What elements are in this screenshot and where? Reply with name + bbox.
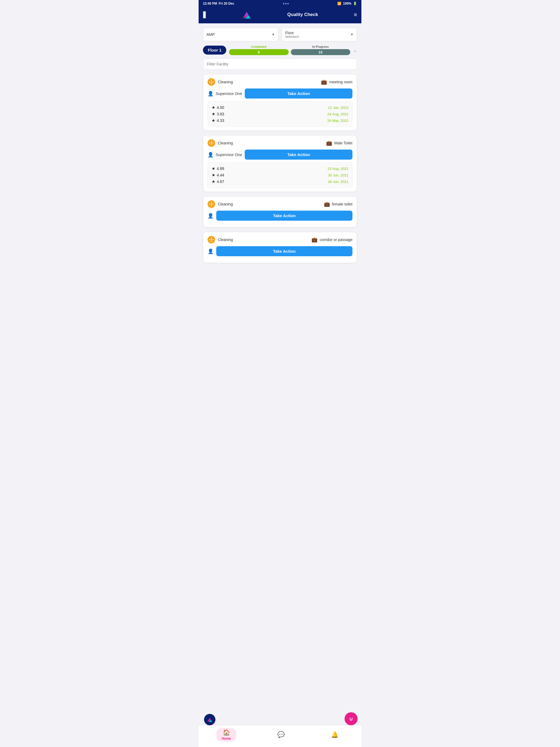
svg-point-6 bbox=[211, 83, 212, 84]
take-action-btn-4[interactable]: Take Action bbox=[216, 246, 352, 256]
nav-home[interactable]: 🏠 Home bbox=[216, 728, 236, 742]
card-3-top-row: Cleaning 💼 female toilet bbox=[208, 200, 352, 208]
svg-point-16 bbox=[211, 203, 212, 205]
completed-label: Completed bbox=[251, 45, 266, 48]
progress-section: Completed 0 In Progress 15 bbox=[229, 45, 350, 55]
svg-point-10 bbox=[211, 142, 212, 144]
chat-icon: 💬 bbox=[277, 731, 285, 738]
card-1-left: Cleaning bbox=[208, 78, 233, 86]
battery-percent: 100% bbox=[343, 2, 351, 5]
inprogress-bar: 15 bbox=[291, 49, 350, 55]
floor-label: Floor bbox=[285, 31, 299, 35]
fab-left-button[interactable] bbox=[204, 714, 215, 725]
rating-left-2-0: ★ 4.89 bbox=[212, 166, 224, 171]
app-header: ‹ Quality Check ≡ bbox=[198, 7, 362, 23]
category-icon-4 bbox=[208, 236, 215, 243]
card-3-right: 💼 female toilet bbox=[324, 201, 352, 207]
filter-facility-input[interactable] bbox=[203, 58, 357, 70]
card-4: Cleaning 💼 corridor or passage 👤 Take Ac… bbox=[203, 232, 357, 263]
fab-filter-button[interactable]: ⊎ bbox=[345, 712, 357, 725]
nav-chat[interactable]: 💬 bbox=[272, 730, 290, 739]
card-2-right: 💼 Male Toilet bbox=[326, 140, 352, 146]
rating-value-1-2: 4.33 bbox=[217, 118, 224, 123]
rating-date-1-1: 04 Aug, 2022 bbox=[327, 112, 348, 116]
svg-point-19 bbox=[209, 204, 210, 204]
rating-left-2-1: ★ 4.44 bbox=[212, 173, 224, 178]
rating-row-2-2: ★ 4.67 08 Jun, 2021 bbox=[212, 178, 348, 185]
rating-value-2-1: 4.44 bbox=[217, 173, 224, 177]
ratings-box-2: ★ 4.89 23 Aug, 2022 ★ 4.44 30 Jun, 2021 … bbox=[208, 162, 352, 188]
rating-value-2-0: 4.89 bbox=[217, 166, 224, 171]
amp-value: AMP bbox=[207, 32, 215, 37]
category-icon-3 bbox=[208, 200, 215, 208]
cards-container: Cleaning 💼 meeting room 👤 Supervisor One… bbox=[203, 74, 357, 263]
location-text-1: meeting room bbox=[329, 80, 352, 84]
home-label: Home bbox=[222, 737, 231, 741]
take-action-btn-2[interactable]: Take Action bbox=[245, 150, 352, 160]
rating-left-1-2: ★ 4.33 bbox=[212, 118, 224, 123]
rating-date-2-2: 08 Jun, 2021 bbox=[328, 180, 348, 184]
inprogress-section: In Progress 15 bbox=[291, 45, 350, 55]
amp-dropdown[interactable]: AMP ▼ bbox=[203, 28, 278, 41]
completed-value: 0 bbox=[258, 50, 260, 54]
rating-date-1-0: 12 Jan, 2023 bbox=[328, 106, 348, 110]
svg-point-4 bbox=[211, 81, 212, 83]
rating-left-1-1: ★ 3.83 bbox=[212, 111, 224, 117]
status-right-area: 📶 100% 🔋 bbox=[337, 2, 357, 5]
svg-point-24 bbox=[211, 241, 212, 242]
filter-icon: ⊎ bbox=[349, 716, 353, 722]
page-title: Quality Check bbox=[287, 12, 318, 17]
supervisor-text-2: Supervisor One bbox=[216, 153, 242, 157]
floor-chevron-icon[interactable]: ⌄ bbox=[353, 47, 357, 53]
rating-value-1-0: 4.00 bbox=[217, 105, 224, 110]
star-icon-2-2: ★ bbox=[212, 179, 215, 184]
rating-date-2-0: 23 Aug, 2022 bbox=[327, 167, 348, 171]
card-2: Cleaning 💼 Male Toilet 👤 Supervisor One … bbox=[203, 135, 357, 192]
svg-point-7 bbox=[209, 81, 210, 82]
status-dots bbox=[283, 3, 289, 4]
inprogress-value: 15 bbox=[319, 50, 322, 54]
rating-left-1-0: ★ 4.00 bbox=[212, 105, 224, 110]
card-1: Cleaning 💼 meeting room 👤 Supervisor One… bbox=[203, 74, 357, 131]
rating-date-1-2: 26 May, 2022 bbox=[327, 119, 348, 123]
supervisor-icon-4: 👤 bbox=[208, 248, 214, 254]
rating-row-2-0: ★ 4.89 23 Aug, 2022 bbox=[212, 165, 348, 172]
card-4-top-row: Cleaning 💼 corridor or passage bbox=[208, 236, 352, 243]
floor-arrow: ▼ bbox=[350, 32, 353, 36]
card-4-right: 💼 corridor or passage bbox=[312, 237, 352, 243]
ratings-box-1: ★ 4.00 12 Jan, 2023 ★ 3.83 04 Aug, 2022 … bbox=[208, 101, 352, 127]
card-1-mid-row: 👤 Supervisor One Take Action bbox=[208, 88, 352, 99]
take-action-btn-1[interactable]: Take Action bbox=[245, 88, 352, 99]
rating-row-1-1: ★ 3.83 04 Aug, 2022 bbox=[212, 111, 348, 117]
star-icon-1-0: ★ bbox=[212, 105, 215, 110]
rating-value-1-1: 3.83 bbox=[217, 112, 224, 116]
supervisor-text-1: Supervisor One bbox=[216, 92, 242, 96]
floor-label-badge: Floor 1 bbox=[203, 46, 226, 55]
floor-dropdown[interactable]: Floor Selection1 ▼ bbox=[282, 28, 357, 41]
category-text-1: Cleaning bbox=[218, 80, 233, 84]
nav-bell[interactable]: 🔔 bbox=[326, 730, 344, 739]
menu-icon[interactable]: ≡ bbox=[354, 12, 357, 18]
supervisor-wrap-1: 👤 Supervisor One bbox=[208, 91, 242, 97]
take-action-btn-3[interactable]: Take Action bbox=[216, 211, 352, 221]
floor-dropdown-text: Floor Selection1 bbox=[285, 31, 299, 38]
svg-point-25 bbox=[209, 239, 210, 240]
floor-sublabel: Selection1 bbox=[285, 35, 299, 38]
supervisor-wrap-2: 👤 Supervisor One bbox=[208, 152, 242, 158]
svg-point-5 bbox=[211, 80, 212, 81]
svg-point-14 bbox=[213, 143, 214, 143]
star-icon-1-1: ★ bbox=[212, 111, 215, 117]
card-3-left: Cleaning bbox=[208, 200, 233, 208]
completed-section: Completed 0 bbox=[229, 45, 289, 55]
location-icon-2: 💼 bbox=[326, 140, 332, 146]
back-button[interactable]: ‹ bbox=[203, 11, 206, 19]
floor-bar: Floor 1 Completed 0 In Progress 15 ⌄ bbox=[203, 45, 357, 55]
supervisor-wrap-3: 👤 bbox=[208, 213, 214, 219]
star-icon-2-0: ★ bbox=[212, 166, 215, 171]
supervisor-wrap-4: 👤 bbox=[208, 248, 214, 254]
svg-point-26 bbox=[213, 239, 214, 240]
category-icon-1 bbox=[208, 78, 215, 86]
card-2-top-row: Cleaning 💼 Male Toilet bbox=[208, 139, 352, 147]
bottom-nav: 🏠 Home 💬 🔔 bbox=[198, 725, 362, 747]
svg-point-13 bbox=[209, 143, 210, 143]
